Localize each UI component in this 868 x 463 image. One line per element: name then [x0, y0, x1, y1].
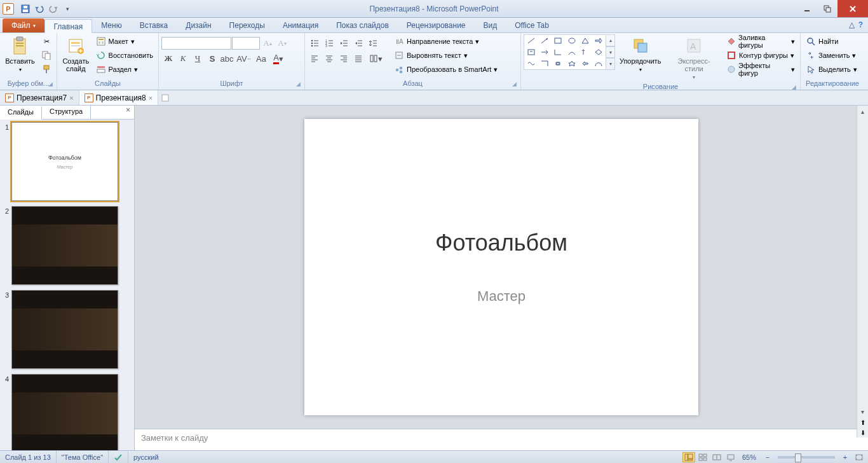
- tab-menu[interactable]: Меню: [92, 18, 130, 32]
- save-icon[interactable]: [19, 3, 32, 15]
- cut-button[interactable]: ✂: [39, 35, 54, 48]
- select-button[interactable]: Выделить ▾: [803, 63, 862, 76]
- format-painter-button[interactable]: [39, 63, 54, 76]
- document-tab[interactable]: P Презентация7 ×: [0, 90, 79, 105]
- tab-review[interactable]: Рецензирование: [398, 18, 475, 32]
- tab-design[interactable]: Дизайн: [177, 18, 220, 32]
- scroll-down-icon[interactable]: ▾: [857, 406, 868, 417]
- tab-view[interactable]: Вид: [475, 18, 506, 32]
- close-panel-icon[interactable]: ×: [122, 106, 134, 119]
- find-button[interactable]: Найти: [803, 35, 862, 48]
- font-size-combo[interactable]: [232, 37, 260, 50]
- maximize-button[interactable]: [817, 0, 837, 17]
- normal-view-icon[interactable]: [682, 452, 695, 462]
- slide-subtitle[interactable]: Мастер: [477, 288, 526, 305]
- dialog-launcher-icon[interactable]: ◢: [48, 81, 53, 87]
- document-tab[interactable]: P Презентация8 ×: [79, 90, 159, 105]
- zoom-out-icon[interactable]: −: [761, 452, 774, 462]
- tab-transitions[interactable]: Переходы: [220, 18, 274, 32]
- align-left-icon[interactable]: [308, 52, 322, 65]
- dialog-launcher-icon[interactable]: ◢: [296, 81, 301, 87]
- fit-to-window-icon[interactable]: [853, 452, 865, 462]
- quick-styles-button[interactable]: A Экспресс-стили▾: [665, 34, 722, 83]
- close-tab-icon[interactable]: ×: [149, 94, 153, 102]
- text-direction-button[interactable]: ⅡAНаправление текста ▾: [391, 35, 506, 48]
- numbering-icon[interactable]: 123: [322, 37, 336, 50]
- align-center-icon[interactable]: [322, 52, 336, 65]
- status-language[interactable]: русский: [128, 451, 163, 463]
- shape-gallery[interactable]: [524, 34, 606, 70]
- strike-icon[interactable]: S: [205, 52, 219, 65]
- italic-icon[interactable]: К: [176, 52, 190, 65]
- thumbnail-list[interactable]: 1 Фотоальбом Мастер 2 3 4: [0, 120, 134, 450]
- tab-slides[interactable]: Слайды: [0, 106, 42, 120]
- shrink-font-icon[interactable]: A▾: [275, 37, 289, 50]
- zoom-slider[interactable]: [778, 456, 835, 459]
- slide-thumbnail[interactable]: Фотоальбом Мастер: [11, 122, 118, 201]
- minimize-button[interactable]: [797, 0, 817, 17]
- new-document-tab[interactable]: [158, 93, 172, 102]
- shadow-icon[interactable]: abc: [220, 52, 234, 65]
- shape-fill-button[interactable]: Заливка фигуры ▾: [724, 35, 797, 48]
- qat-dropdown-icon[interactable]: ▾: [61, 3, 74, 15]
- slide-thumbnail[interactable]: [11, 374, 118, 450]
- align-right-icon[interactable]: [337, 52, 351, 65]
- shape-outline-button[interactable]: Контур фигуры ▾: [724, 49, 797, 62]
- section-button[interactable]: Раздел ▾: [93, 63, 156, 76]
- scroll-up-icon[interactable]: ▴: [857, 106, 868, 117]
- indent-icon[interactable]: [351, 37, 365, 50]
- status-theme[interactable]: "Тема Office": [57, 451, 109, 463]
- shape-effects-button[interactable]: Эффекты фигур ▾: [724, 63, 797, 76]
- status-spellcheck[interactable]: [109, 451, 128, 463]
- bold-icon[interactable]: Ж: [161, 52, 175, 65]
- font-name-combo[interactable]: [161, 37, 231, 50]
- underline-icon[interactable]: Ч: [191, 52, 205, 65]
- close-button[interactable]: [837, 0, 868, 17]
- tab-animation[interactable]: Анимация: [274, 18, 327, 32]
- outdent-icon[interactable]: [337, 37, 351, 50]
- copy-button[interactable]: [39, 49, 54, 62]
- line-spacing-icon[interactable]: [366, 37, 380, 50]
- notes-pane[interactable]: Заметки к слайду: [135, 429, 868, 450]
- slide-canvas[interactable]: Фотоальбом Мастер: [304, 119, 698, 415]
- tab-office-tab[interactable]: Office Tab: [506, 18, 558, 32]
- grow-font-icon[interactable]: A▴: [261, 37, 275, 50]
- zoom-level[interactable]: 65%: [742, 453, 756, 461]
- dialog-launcher-icon[interactable]: ◢: [512, 81, 517, 87]
- file-tab[interactable]: Файл▾: [3, 18, 44, 32]
- undo-icon[interactable]: [33, 3, 46, 15]
- next-slide-icon[interactable]: ⬇: [857, 427, 868, 438]
- slide-thumbnail[interactable]: [11, 290, 118, 369]
- tab-insert[interactable]: Вставка: [131, 18, 177, 32]
- close-tab-icon[interactable]: ×: [69, 94, 73, 102]
- redo-icon[interactable]: [47, 3, 60, 15]
- slideshow-view-icon[interactable]: [724, 452, 737, 462]
- replace-button[interactable]: Заменить ▾: [803, 49, 862, 62]
- arrange-button[interactable]: Упорядочить▾: [616, 34, 664, 75]
- font-color-icon[interactable]: A▾: [269, 52, 288, 65]
- tab-slideshow[interactable]: Показ слайдов: [327, 18, 398, 32]
- reading-view-icon[interactable]: [710, 452, 723, 462]
- align-text-button[interactable]: Выровнять текст ▾: [391, 49, 506, 62]
- to-smartart-button[interactable]: Преобразовать в SmartArt ▾: [391, 63, 506, 76]
- status-slide-info[interactable]: Слайд 1 из 13: [0, 451, 57, 463]
- slide-sorter-view-icon[interactable]: [696, 452, 709, 462]
- paste-button[interactable]: Вставить▾: [3, 34, 37, 75]
- tab-outline[interactable]: Структура: [42, 106, 91, 119]
- vertical-scrollbar[interactable]: ▴ ▾ ⬆ ⬇: [857, 106, 868, 438]
- restore-button[interactable]: Восстановить: [93, 49, 156, 62]
- columns-icon[interactable]: ▾: [366, 52, 385, 65]
- minimize-ribbon-icon[interactable]: △: [849, 20, 855, 29]
- slide-thumbnail[interactable]: [11, 206, 118, 285]
- tab-home[interactable]: Главная: [44, 19, 93, 33]
- char-spacing-icon[interactable]: AV↔: [234, 52, 254, 65]
- dialog-launcher-icon[interactable]: ◢: [792, 84, 796, 90]
- prev-slide-icon[interactable]: ⬆: [857, 417, 868, 427]
- bullets-icon[interactable]: [308, 37, 322, 50]
- slide-title[interactable]: Фотоальбом: [435, 230, 567, 256]
- zoom-in-icon[interactable]: +: [839, 452, 851, 462]
- change-case-icon[interactable]: Aa: [254, 52, 268, 65]
- help-icon[interactable]: ?: [858, 20, 863, 29]
- layout-button[interactable]: Макет ▾: [93, 35, 156, 48]
- new-slide-button[interactable]: Создать слайд: [60, 34, 92, 74]
